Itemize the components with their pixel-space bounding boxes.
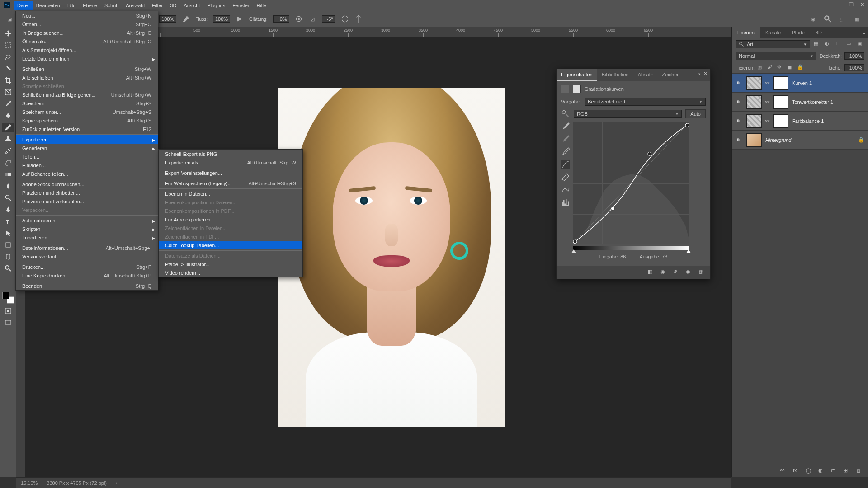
layer-thumbnail[interactable] — [746, 95, 762, 109]
targeted-adjust-icon[interactable] — [561, 109, 570, 118]
file-menu-item[interactable]: Letzte Dateien öffnen — [16, 54, 158, 63]
file-menu-item[interactable]: Auf Behance teilen... — [16, 169, 158, 178]
path-select-tool[interactable] — [2, 229, 14, 238]
file-menu-item[interactable]: Öffnen...Strg+O — [16, 20, 158, 28]
menu-datei[interactable]: Datei — [14, 1, 33, 10]
search-icon[interactable] — [824, 15, 832, 23]
workspace-icon[interactable]: ▦ — [853, 15, 861, 23]
file-menu-item[interactable]: Importieren — [16, 233, 158, 242]
histogram-icon[interactable] — [561, 198, 570, 207]
file-menu-item[interactable]: BeendenStrg+Q — [16, 281, 158, 290]
delete-adjustment-icon[interactable]: 🗑 — [698, 269, 706, 276]
white-point-eyedropper-icon[interactable] — [561, 147, 570, 156]
layer-row[interactable]: 👁⚯Farbbalance 1 — [732, 112, 868, 131]
doc-info-arrow[interactable]: › — [116, 480, 118, 486]
file-menu-item[interactable]: Skripten — [16, 225, 158, 233]
auto-button[interactable]: Auto — [685, 109, 706, 118]
lock-transparent-icon[interactable]: ▨ — [757, 64, 764, 71]
reset-icon[interactable]: ↺ — [673, 269, 680, 276]
export-menu-item[interactable]: Ebenen in Dateien... — [159, 188, 302, 198]
eyedropper-tool[interactable] — [2, 99, 14, 108]
tab-absatz[interactable]: Absatz — [633, 69, 658, 81]
select-subject-icon[interactable]: ◉ — [809, 15, 817, 23]
lock-icon[interactable]: 🔒 — [858, 137, 864, 143]
menu-ebene[interactable]: Ebene — [79, 1, 101, 10]
foreground-color[interactable] — [2, 292, 9, 299]
edit-toolbar[interactable]: ⋯ — [2, 276, 14, 285]
layer-row[interactable]: 👁⚯Kurven 1 — [732, 74, 868, 93]
smoothing-options-icon[interactable] — [295, 15, 303, 23]
file-menu-item[interactable]: In Bridge suchen...Alt+Strg+O — [16, 28, 158, 37]
wand-tool[interactable] — [2, 64, 14, 73]
layer-name[interactable]: Farbbalance 1 — [792, 118, 824, 124]
menu-fenster[interactable]: Fenster — [229, 1, 253, 10]
layer-name[interactable]: Hintergrund — [765, 137, 791, 143]
export-menu-item[interactable]: Export-Voreinstellungen... — [159, 168, 302, 177]
doc-info[interactable]: 3300 Px x 4765 Px (72 ppi) — [47, 480, 107, 486]
lasso-tool[interactable] — [2, 52, 14, 61]
curves-graph[interactable] — [573, 122, 689, 244]
new-layer-icon[interactable]: ⊞ — [844, 468, 851, 475]
heal-tool[interactable] — [2, 111, 14, 120]
dodge-tool[interactable] — [2, 193, 14, 202]
tab-pfade[interactable]: Pfade — [786, 27, 810, 38]
adjustment-layer-icon[interactable]: ◐ — [818, 468, 826, 475]
visibility-toggle-icon[interactable]: 👁 — [736, 137, 743, 143]
crop-tool[interactable] — [2, 76, 14, 85]
blend-mode-select[interactable]: Normal▼ — [736, 52, 816, 60]
channel-select[interactable]: RGB▼ — [574, 110, 682, 118]
export-menu-item[interactable]: Für Aero exportieren... — [159, 215, 302, 224]
opacity-field[interactable]: 100% — [844, 52, 864, 60]
tool-preset-icon[interactable]: ◢ — [5, 15, 14, 23]
blur-tool[interactable] — [2, 182, 14, 191]
file-menu-item[interactable]: Speichern unter...Umschalt+Strg+S — [16, 108, 158, 116]
file-menu-item[interactable]: Platzieren und verknüpfen... — [16, 197, 158, 206]
menu-filter[interactable]: Filter — [148, 1, 166, 10]
layer-thumbnail[interactable] — [746, 133, 762, 147]
symmetry-icon[interactable] — [354, 15, 363, 23]
tab-ebenen[interactable]: Ebenen — [732, 27, 760, 38]
marquee-tool[interactable] — [2, 41, 14, 50]
file-menu-item[interactable]: Versionsverlauf — [16, 252, 158, 261]
file-menu-item[interactable]: Generieren — [16, 144, 158, 152]
gradient-tool[interactable] — [2, 170, 14, 179]
view-previous-icon[interactable]: ◉ — [660, 269, 668, 276]
smooth-curve-icon[interactable] — [561, 185, 570, 194]
filter-type-icon[interactable]: T — [835, 41, 843, 48]
text-tool[interactable]: T — [2, 217, 14, 226]
file-menu-item[interactable]: Neu...Strg+N — [16, 11, 158, 20]
layer-mask-thumbnail[interactable] — [773, 95, 788, 109]
file-menu-item[interactable]: Alle schließenAlt+Strg+W — [16, 73, 158, 82]
menu-hilfe[interactable]: Hilfe — [253, 1, 270, 10]
filter-shape-icon[interactable]: ▭ — [846, 41, 854, 48]
layer-mask-thumbnail[interactable] — [773, 76, 788, 90]
lock-all-icon[interactable]: 🔒 — [797, 64, 804, 71]
file-menu-item[interactable]: Zurück zur letzten VersionF12 — [16, 125, 158, 133]
tab-kanaele[interactable]: Kanäle — [760, 27, 786, 38]
pressure-opacity-icon[interactable] — [182, 15, 190, 23]
fill-field[interactable]: 100% — [844, 64, 864, 71]
brush-tool[interactable] — [2, 123, 14, 132]
color-swatches[interactable] — [2, 292, 14, 304]
gray-point-eyedropper-icon[interactable] — [561, 135, 570, 144]
file-menu-item[interactable]: Als Smartobjekt öffnen... — [16, 46, 158, 54]
tab-3d[interactable]: 3D — [810, 27, 827, 38]
layer-row[interactable]: 👁Hintergrund🔒 — [732, 131, 868, 150]
lock-artboard-icon[interactable]: ▣ — [787, 64, 794, 71]
filter-adjust-icon[interactable]: ◐ — [825, 41, 832, 48]
black-slider[interactable] — [571, 249, 576, 253]
file-menu-item[interactable]: Einladen... — [16, 161, 158, 169]
canvas[interactable] — [278, 88, 505, 427]
lock-position-icon[interactable]: ✥ — [777, 64, 784, 71]
tab-eigenschaften[interactable]: Eigenschaften — [557, 69, 597, 81]
shape-tool[interactable] — [2, 240, 14, 249]
group-icon[interactable]: 🗀 — [831, 468, 838, 475]
collapse-icon[interactable]: ‹‹ — [698, 71, 701, 79]
layer-name[interactable]: Tonwertkorrektur 1 — [792, 99, 833, 105]
filter-smart-icon[interactable]: ▣ — [857, 41, 864, 48]
pressure-size-icon[interactable] — [341, 15, 349, 23]
gradient-bar[interactable] — [573, 246, 689, 250]
stamp-tool[interactable] — [2, 135, 14, 144]
frame-tool[interactable] — [2, 88, 14, 97]
airbrush-icon[interactable] — [236, 15, 244, 23]
